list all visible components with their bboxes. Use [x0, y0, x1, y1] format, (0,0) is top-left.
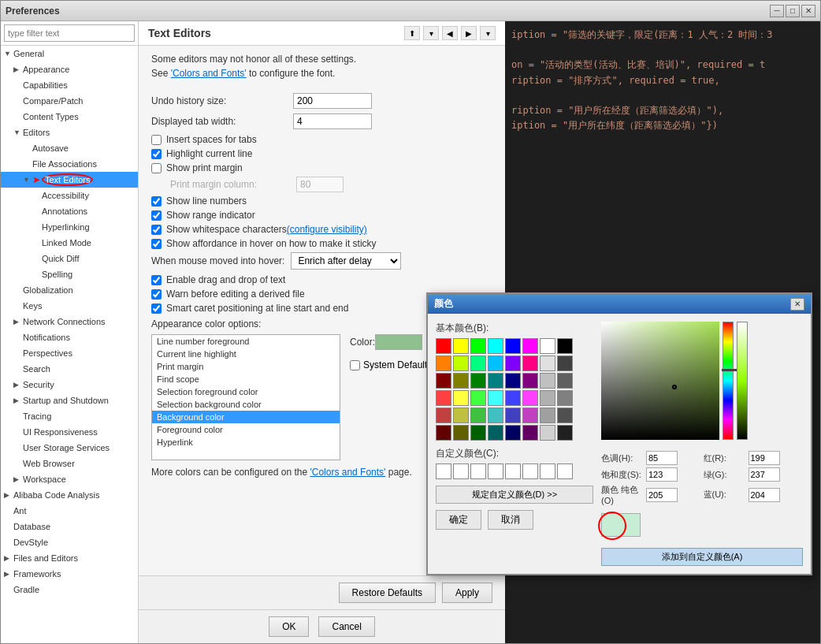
sidebar-item-tracing[interactable]: Tracing — [1, 408, 138, 424]
basic-color-swatch-10[interactable] — [470, 356, 486, 371]
whitespace-checkbox[interactable] — [151, 225, 162, 235]
basic-color-swatch-17[interactable] — [453, 373, 469, 389]
lum-input[interactable] — [646, 488, 678, 502]
cancel-button[interactable]: Cancel — [318, 616, 374, 637]
nav-up-button[interactable]: ⬆ — [404, 26, 420, 40]
line-numbers-checkbox[interactable] — [151, 196, 162, 207]
color-list-item-7[interactable]: Foreground color — [152, 423, 340, 436]
color-list-item-2[interactable]: Print margin — [152, 360, 340, 373]
basic-color-swatch-46[interactable] — [540, 425, 555, 441]
basic-color-swatch-24[interactable] — [436, 390, 451, 406]
color-list-item-3[interactable]: Find scope — [152, 373, 340, 385]
basic-color-swatch-37[interactable] — [522, 408, 538, 423]
basic-color-swatch-30[interactable] — [540, 390, 555, 406]
basic-color-swatch-32[interactable] — [436, 408, 451, 423]
colors-fonts-link2[interactable]: 'Colors and Fonts' — [310, 467, 385, 478]
color-preview[interactable] — [375, 334, 422, 350]
sidebar-item-search[interactable]: Search — [1, 361, 138, 377]
sidebar-item-alibaba[interactable]: ▶Alibaba Code Analysis — [1, 487, 138, 503]
configure-visibility-link[interactable]: (configure visibility) — [287, 224, 367, 235]
custom-swatch-6[interactable] — [522, 463, 538, 479]
color-list-item-0[interactable]: Line number foreground — [152, 335, 340, 348]
basic-color-swatch-43[interactable] — [488, 425, 503, 441]
picker-ok-button[interactable]: 确定 — [436, 510, 481, 530]
blue-input[interactable] — [749, 488, 780, 502]
sidebar-item-web-browser[interactable]: Web Browser — [1, 456, 138, 471]
basic-color-swatch-22[interactable] — [540, 373, 555, 389]
nav-forward-button[interactable]: ▶ — [461, 26, 477, 40]
basic-color-swatch-21[interactable] — [522, 373, 538, 389]
sidebar-item-database[interactable]: Database — [1, 519, 138, 534]
basic-color-swatch-1[interactable] — [453, 338, 469, 354]
sidebar-item-devstyle[interactable]: DevStyle — [1, 534, 138, 550]
custom-swatch-4[interactable] — [488, 463, 503, 479]
green-input[interactable] — [749, 467, 780, 482]
sidebar-item-gradle[interactable]: Gradle — [1, 582, 138, 597]
minimize-button[interactable]: ─ — [770, 5, 784, 17]
basic-color-swatch-35[interactable] — [488, 408, 503, 423]
basic-color-swatch-3[interactable] — [488, 338, 503, 354]
basic-color-swatch-6[interactable] — [540, 338, 555, 354]
basic-color-swatch-2[interactable] — [470, 338, 486, 354]
insert-spaces-checkbox[interactable] — [151, 135, 162, 145]
basic-color-swatch-45[interactable] — [522, 425, 538, 441]
basic-color-swatch-38[interactable] — [540, 408, 555, 423]
drag-drop-checkbox[interactable] — [151, 275, 162, 285]
sidebar-item-capabilities[interactable]: Capabilities — [1, 77, 138, 93]
sidebar-item-frameworks[interactable]: ▶Frameworks — [1, 566, 138, 582]
nav-dropdown-button[interactable]: ▾ — [423, 26, 439, 40]
restore-defaults-button[interactable]: Restore Defaults — [339, 583, 436, 603]
sidebar-item-hyperlinking[interactable]: Hyperlinking — [1, 219, 138, 235]
add-custom-button[interactable]: 添加到自定义颜色(A) — [601, 548, 803, 566]
color-picker-close-button[interactable]: ✕ — [790, 298, 804, 311]
basic-color-swatch-42[interactable] — [470, 425, 486, 441]
define-custom-button[interactable]: 规定自定义颜色(D) >> — [436, 486, 593, 504]
custom-swatch-2[interactable] — [453, 463, 469, 479]
basic-color-swatch-16[interactable] — [436, 373, 451, 389]
sidebar-item-startup-shutdown[interactable]: ▶Startup and Shutdown — [1, 393, 138, 408]
sidebar-item-user-storage[interactable]: User Storage Services — [1, 440, 138, 456]
color-list-item-8[interactable]: Hyperlink — [152, 436, 340, 449]
colors-fonts-link1[interactable]: 'Colors and Fonts' — [171, 68, 247, 79]
basic-color-swatch-31[interactable] — [557, 390, 573, 406]
tab-width-input[interactable] — [293, 114, 372, 129]
basic-color-swatch-14[interactable] — [540, 356, 555, 371]
basic-color-swatch-28[interactable] — [505, 390, 521, 406]
basic-color-swatch-44[interactable] — [505, 425, 521, 441]
basic-color-swatch-9[interactable] — [453, 356, 469, 371]
maximize-button[interactable]: □ — [786, 5, 800, 17]
basic-color-swatch-26[interactable] — [470, 390, 486, 406]
sidebar-item-workspace[interactable]: ▶Workspace — [1, 471, 138, 487]
ok-button[interactable]: OK — [269, 616, 309, 637]
warn-derived-checkbox[interactable] — [151, 289, 162, 300]
basic-color-swatch-33[interactable] — [453, 408, 469, 423]
hue-strip[interactable] — [723, 322, 734, 440]
basic-color-swatch-23[interactable] — [557, 373, 573, 389]
color-spectrum[interactable] — [601, 322, 719, 440]
basic-color-swatch-39[interactable] — [557, 408, 573, 423]
basic-color-swatch-20[interactable] — [505, 373, 521, 389]
basic-color-swatch-19[interactable] — [488, 373, 503, 389]
custom-swatch-8[interactable] — [557, 463, 573, 479]
sidebar-item-linked-mode[interactable]: Linked Mode — [1, 235, 138, 251]
color-list-item-5[interactable]: Selection background color — [152, 398, 340, 411]
print-margin-input[interactable] — [296, 177, 344, 192]
basic-color-swatch-11[interactable] — [488, 356, 503, 371]
sidebar-item-globalization[interactable]: Globalization — [1, 282, 138, 298]
basic-color-swatch-7[interactable] — [557, 338, 573, 354]
hover-select[interactable]: Enrich after delay Enrich immediately Ne… — [291, 252, 401, 270]
basic-color-swatch-40[interactable] — [436, 425, 451, 441]
highlight-line-checkbox[interactable] — [151, 149, 162, 159]
basic-color-swatch-12[interactable] — [505, 356, 521, 371]
undo-history-input[interactable] — [293, 93, 372, 109]
basic-color-swatch-4[interactable] — [505, 338, 521, 354]
range-indicator-checkbox[interactable] — [151, 210, 162, 221]
basic-color-swatch-25[interactable] — [453, 390, 469, 406]
custom-swatch-1[interactable] — [436, 463, 451, 479]
sidebar-item-quick-diff[interactable]: Quick Diff — [1, 251, 138, 266]
picker-cancel-button[interactable]: 取消 — [488, 510, 533, 530]
custom-swatch-3[interactable] — [470, 463, 486, 479]
affordance-checkbox[interactable] — [151, 239, 162, 249]
basic-color-swatch-29[interactable] — [522, 390, 538, 406]
basic-color-swatch-41[interactable] — [453, 425, 469, 441]
